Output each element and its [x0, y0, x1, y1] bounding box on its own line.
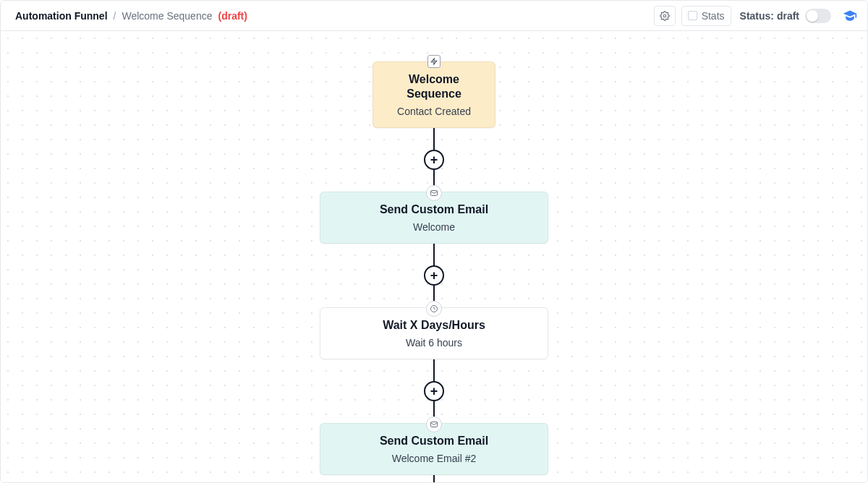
- connector: [433, 128, 435, 150]
- svg-marker-1: [431, 59, 437, 64]
- node-subtitle: Wait 6 hours: [332, 337, 536, 349]
- node-subtitle: Contact Created: [385, 106, 483, 117]
- mail-icon: [426, 185, 442, 201]
- breadcrumb-root[interactable]: Automation Funnel: [15, 10, 108, 22]
- stats-label: Stats: [702, 10, 725, 22]
- node-subtitle: Welcome: [332, 221, 536, 233]
- add-step-button[interactable]: +: [424, 150, 444, 170]
- breadcrumb: Automation Funnel / Welcome Sequence (dr…: [15, 10, 247, 22]
- toggle-knob: [807, 10, 818, 22]
- stats-checkbox[interactable]: [688, 11, 697, 20]
- svg-point-0: [663, 14, 666, 17]
- header-bar: Automation Funnel / Welcome Sequence (dr…: [1, 1, 867, 31]
- breadcrumb-draft-tag: (draft): [218, 10, 247, 22]
- clock-icon: [426, 301, 442, 317]
- gear-icon: [660, 11, 670, 21]
- status-group: Status: draft: [740, 9, 831, 23]
- breadcrumb-separator: /: [114, 10, 116, 22]
- mail-icon: [426, 416, 442, 432]
- add-step-button[interactable]: +: [424, 265, 444, 286]
- node-title: Welcome Sequence: [385, 72, 483, 101]
- graduation-cap-icon[interactable]: [843, 9, 857, 23]
- connector: [433, 359, 435, 381]
- flow-column: Welcome Sequence Contact Created + Send …: [320, 61, 548, 482]
- wait-node[interactable]: Wait X Days/Hours Wait 6 hours: [320, 307, 548, 359]
- trigger-node[interactable]: Welcome Sequence Contact Created: [373, 61, 495, 128]
- lightning-icon: [427, 55, 441, 68]
- node-subtitle: Welcome Email #2: [332, 453, 536, 464]
- status-toggle[interactable]: [805, 9, 831, 23]
- stats-toggle-button[interactable]: Stats: [681, 6, 731, 26]
- connector: [433, 475, 435, 482]
- automation-canvas[interactable]: Welcome Sequence Contact Created + Send …: [1, 31, 867, 482]
- add-step-button[interactable]: +: [424, 381, 444, 401]
- email-node[interactable]: Send Custom Email Welcome Email #2: [320, 423, 548, 475]
- settings-button[interactable]: [654, 6, 676, 26]
- status-label: Status: draft: [740, 10, 799, 22]
- node-title: Send Custom Email: [332, 202, 536, 217]
- node-title: Wait X Days/Hours: [332, 318, 536, 333]
- breadcrumb-current: Welcome Sequence: [122, 10, 212, 22]
- node-title: Send Custom Email: [332, 434, 536, 448]
- app-frame: Automation Funnel / Welcome Sequence (dr…: [0, 0, 868, 483]
- connector: [433, 244, 435, 265]
- email-node[interactable]: Send Custom Email Welcome: [320, 192, 548, 244]
